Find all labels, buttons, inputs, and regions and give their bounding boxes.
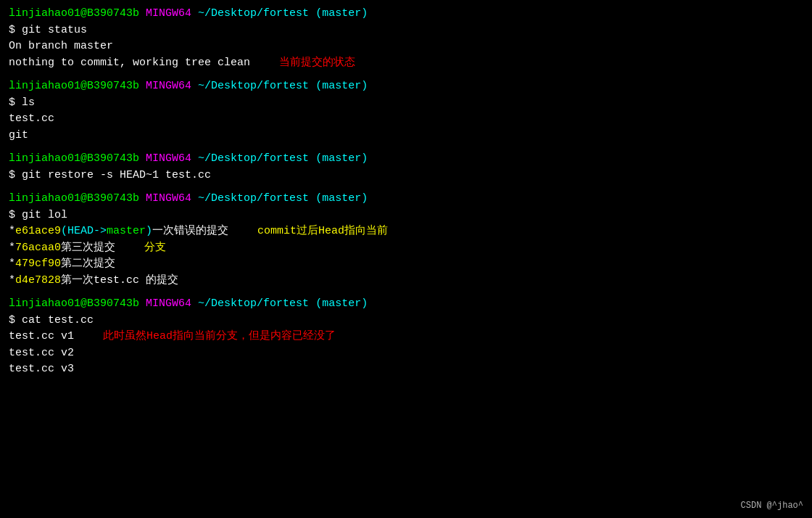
prompt-space-4 (139, 191, 146, 207)
cmd-line-5: $ cat test.cc (9, 313, 803, 329)
output-line-1-1: nothing to commit, working tree clean 当前… (9, 55, 803, 72)
prompt-line-3: linjiahao01@B390743b MINGW64 ~/Desktop/f… (9, 151, 803, 168)
prompt-space2-1 (309, 6, 315, 22)
annotation-git-status: 当前提交的状态 (279, 55, 355, 72)
prompt-space3-4 (309, 191, 315, 207)
cmd-line-2: $ ls (9, 95, 803, 112)
prompt-branch-5: (master) (315, 296, 368, 313)
spacer-3 (9, 185, 803, 191)
prompt-space2-4 (191, 191, 198, 207)
spacer-1 (9, 73, 803, 78)
prompt-path-3: ~/Desktop/fortest (198, 151, 309, 168)
prompt-mingw-5: MINGW64 (146, 296, 191, 313)
prompt-space2-2 (191, 78, 198, 95)
spacer-4 (9, 290, 803, 296)
prompt-mingw-2: MINGW64 (146, 78, 191, 95)
output-line-2-1: git (9, 128, 803, 144)
prompt-branch-2: (master) (315, 78, 368, 95)
block-git-lol: linjiahao01@B390743b MINGW64 ~/Desktop/f… (9, 191, 803, 289)
prompt-space2-5 (191, 296, 198, 313)
annotation-commit-line1: commit过后Head指向当前 (257, 223, 388, 240)
prompt-user-3: linjiahao01@B390743b (9, 151, 139, 168)
git-log-line-3: * d4e7828 第一次test.cc 的提交 (9, 273, 803, 289)
git-log-star-3: * (9, 273, 15, 289)
git-arrow-0: -> (94, 223, 107, 240)
output-text-1-0: On branch master (9, 38, 113, 55)
annotation-commit-line2: 分支 (144, 240, 166, 257)
cmd-line-4: $ git lol (9, 207, 803, 224)
prompt-mingw-3: MINGW64 (146, 151, 191, 168)
prompt-path-5: ~/Desktop/fortest (198, 296, 309, 313)
prompt-mingw-1: MINGW64 (146, 6, 191, 22)
block-git-status: linjiahao01@B390743b MINGW64 ~/Desktop/f… (9, 6, 803, 71)
output-line-5-0: test.cc v1 此时虽然Head指向当前分支，但是内容已经没了 (9, 329, 803, 345)
output-line-5-2: test.cc v3 (9, 361, 803, 378)
prompt-space3-5 (309, 296, 315, 313)
git-log-line-2: * 479cf90 第二次提交 (9, 256, 803, 273)
prompt-path-1: ~/Desktop/fortest (198, 6, 309, 22)
git-log-star-0: * (9, 223, 15, 240)
output-block-1: On branch master nothing to commit, work… (9, 38, 803, 71)
annotation-cat: 此时虽然Head指向当前分支，但是内容已经没了 (103, 329, 336, 345)
prompt-line-2: linjiahao01@B390743b MINGW64 ~/Desktop/f… (9, 78, 803, 95)
watermark: CSDN @^jhao^ (741, 499, 803, 512)
output-git: git (9, 128, 28, 144)
prompt-branch-1: (master) (315, 6, 368, 22)
cmd-cat: $ cat test.cc (9, 313, 94, 329)
prompt-space-5 (139, 296, 146, 313)
prompt-space3-3 (309, 151, 315, 168)
git-log-star-1: * (9, 240, 15, 257)
git-log-line-1: * 76acaa0 第三次提交 分支 (9, 240, 803, 257)
prompt-user-2: linjiahao01@B390743b (9, 78, 139, 95)
output-testcc: test.cc (9, 111, 54, 128)
prompt-branch-3: (master) (315, 151, 368, 168)
output-text-1-1: nothing to commit, working tree clean (9, 55, 250, 72)
git-hash-3: d4e7828 (15, 273, 61, 289)
git-log-msg-3: 第一次test.cc 的提交 (61, 273, 178, 289)
git-log-msg-0: 一次错误的提交 (152, 223, 228, 240)
prompt-branch-4: (master) (315, 191, 368, 207)
prompt-space-3 (139, 151, 146, 168)
git-log-star-2: * (9, 256, 15, 273)
prompt-space-1 (191, 6, 198, 22)
output-line-5-1: test.cc v2 (9, 345, 803, 362)
terminal-window: linjiahao01@B390743b MINGW64 ~/Desktop/f… (0, 0, 812, 518)
prompt-space2-3 (191, 151, 198, 168)
prompt-at-1 (139, 6, 146, 22)
prompt-line-5: linjiahao01@B390743b MINGW64 ~/Desktop/f… (9, 296, 803, 313)
cmd-git-lol: $ git lol (9, 207, 67, 224)
git-hash-2: 479cf90 (15, 256, 61, 273)
git-refs-open-0: ( (61, 223, 67, 240)
prompt-user-5: linjiahao01@B390743b (9, 296, 139, 313)
cmd-git-restore: $ git restore -s HEAD~1 test.cc (9, 168, 211, 184)
prompt-line-4: linjiahao01@B390743b MINGW64 ~/Desktop/f… (9, 191, 803, 207)
prompt-path-2: ~/Desktop/fortest (198, 78, 309, 95)
git-log-msg-1: 第三次提交 (61, 240, 115, 257)
output-cat-1: test.cc v2 (9, 345, 74, 362)
block-cat: linjiahao01@B390743b MINGW64 ~/Desktop/f… (9, 296, 803, 378)
cmd-ls: $ ls (9, 95, 35, 112)
block-ls: linjiahao01@B390743b MINGW64 ~/Desktop/f… (9, 78, 803, 144)
git-hash-0: e61ace9 (15, 223, 61, 240)
cmd-git-status: $ git status (9, 22, 87, 39)
git-log-line-0: * e61ace9 ( HEAD -> master ) 一次错误的提交 com… (9, 223, 803, 240)
git-refs-close-0: ) (146, 223, 152, 240)
block-git-restore: linjiahao01@B390743b MINGW64 ~/Desktop/f… (9, 151, 803, 184)
cmd-line-3: $ git restore -s HEAD~1 test.cc (9, 168, 803, 184)
output-cat-0: test.cc v1 (9, 329, 74, 345)
prompt-user-4: linjiahao01@B390743b (9, 191, 139, 207)
output-line-1-0: On branch master (9, 38, 803, 55)
prompt-path-4: ~/Desktop/fortest (198, 191, 309, 207)
output-cat-2: test.cc v3 (9, 361, 74, 378)
prompt-mingw-4: MINGW64 (146, 191, 191, 207)
git-master-0: master (107, 223, 146, 240)
git-log-msg-2: 第二次提交 (61, 256, 115, 273)
git-head-text-0: HEAD (67, 223, 94, 240)
spacer-2 (9, 145, 803, 151)
prompt-space3-2 (309, 78, 315, 95)
git-log-output: * e61ace9 ( HEAD -> master ) 一次错误的提交 com… (9, 223, 803, 289)
git-hash-1: 76acaa0 (15, 240, 61, 257)
cmd-line-1: $ git status (9, 22, 803, 39)
prompt-line-1: linjiahao01@B390743b MINGW64 ~/Desktop/f… (9, 6, 803, 22)
prompt-user-1: linjiahao01@B390743b (9, 6, 139, 22)
